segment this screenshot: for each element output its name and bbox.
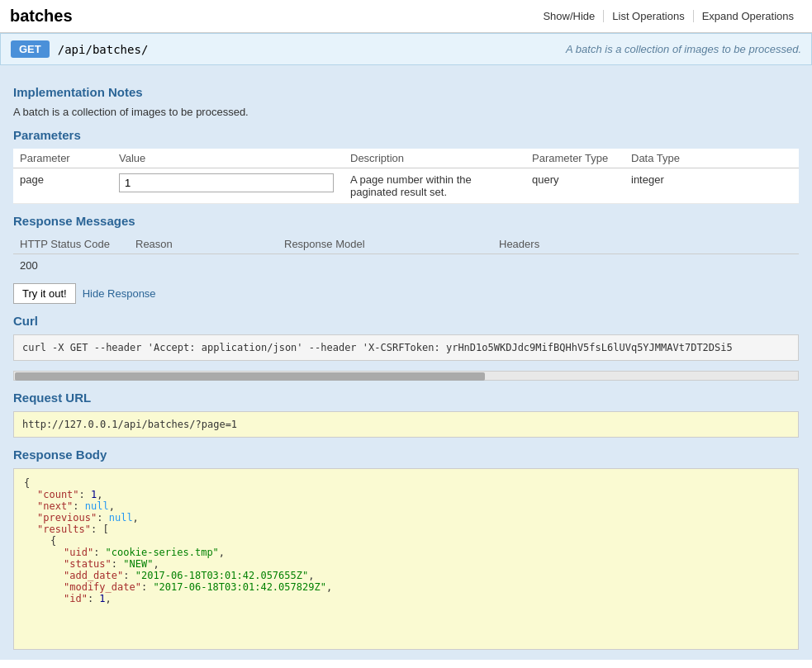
main-content: Implementation Notes A batch is a collec… <box>0 65 812 660</box>
expand-operations-link[interactable]: Expand Operations <box>694 10 802 22</box>
col-description: Description <box>344 149 525 168</box>
col-response-model: Response Model <box>278 235 492 254</box>
top-header: batches Show/Hide List Operations Expand… <box>0 0 812 33</box>
col-http-status: HTTP Status Code <box>13 235 129 254</box>
param-name: page <box>13 168 112 204</box>
try-it-out-button[interactable]: Try it out! <box>13 283 76 304</box>
json-line-modify-date: "modify_date": "2017-06-18T03:01:42.0578… <box>24 581 788 593</box>
col-headers: Headers <box>492 235 799 254</box>
hide-response-link[interactable]: Hide Response <box>83 287 156 300</box>
col-data-type: Data Type <box>624 149 799 168</box>
response-model-cell <box>278 254 492 277</box>
param-type: query <box>525 168 624 204</box>
json-line-status: "status": "NEW", <box>24 558 788 570</box>
col-reason: Reason <box>129 235 278 254</box>
curl-scrollbar-thumb <box>15 372 485 381</box>
json-line-previous: "previous": null, <box>24 512 788 524</box>
parameters-table: Parameter Value Description Parameter Ty… <box>13 149 799 204</box>
col-parameter: Parameter <box>13 149 112 168</box>
reason-cell <box>129 254 278 277</box>
impl-notes-heading: Implementation Notes <box>13 85 799 99</box>
headers-cell <box>492 254 799 277</box>
get-badge: GET <box>11 40 50 58</box>
curl-heading: Curl <box>13 314 799 328</box>
curl-scrollbar[interactable] <box>13 371 799 381</box>
json-line-id: "id": 1, <box>24 593 788 604</box>
json-line-open: { <box>24 477 788 489</box>
page-title: batches <box>10 7 73 26</box>
curl-command: curl -X GET --header 'Accept: applicatio… <box>13 334 799 361</box>
impl-notes-text: A batch is a collection of images to be … <box>13 106 799 118</box>
param-value-cell <box>112 168 344 204</box>
parameters-heading: Parameters <box>13 128 799 142</box>
response-body-heading: Response Body <box>13 448 799 462</box>
param-data-type: integer <box>624 168 799 204</box>
try-row: Try it out! Hide Response <box>13 283 799 304</box>
response-row-200: 200 <box>13 254 799 277</box>
param-description: A page number within the paginated resul… <box>344 168 525 204</box>
list-operations-link[interactable]: List Operations <box>604 10 693 22</box>
col-param-type: Parameter Type <box>525 149 624 168</box>
show-hide-link[interactable]: Show/Hide <box>534 10 604 22</box>
page-value-input[interactable] <box>119 173 334 192</box>
get-bar: GET /api/batches/ A batch is a collectio… <box>0 33 812 65</box>
response-table: HTTP Status Code Reason Response Model H… <box>13 235 799 277</box>
api-description: A batch is a collection of images to be … <box>566 43 801 55</box>
json-line-results-open: "results": [ <box>24 524 788 535</box>
json-line-next: "next": null, <box>24 500 788 512</box>
request-url-heading: Request URL <box>13 391 799 405</box>
curl-container: curl -X GET --header 'Accept: applicatio… <box>13 334 799 381</box>
json-line-uid: "uid": "cookie-series.tmp", <box>24 547 788 558</box>
json-line-count: "count": 1, <box>24 489 788 500</box>
response-body-box[interactable]: { "count": 1, "next": null, "previous": … <box>13 468 799 650</box>
col-value: Value <box>112 149 344 168</box>
api-path: /api/batches/ <box>58 43 149 56</box>
json-line-obj-open: { <box>24 535 788 547</box>
request-url-value: http://127.0.0.1/api/batches/?page=1 <box>13 411 799 438</box>
response-messages-heading: Response Messages <box>13 214 799 228</box>
status-code-200: 200 <box>13 254 129 277</box>
table-row: page A page number within the paginated … <box>13 168 799 204</box>
header-actions: Show/Hide List Operations Expand Operati… <box>534 10 802 22</box>
json-line-add-date: "add_date": "2017-06-18T03:01:42.057655Z… <box>24 570 788 581</box>
